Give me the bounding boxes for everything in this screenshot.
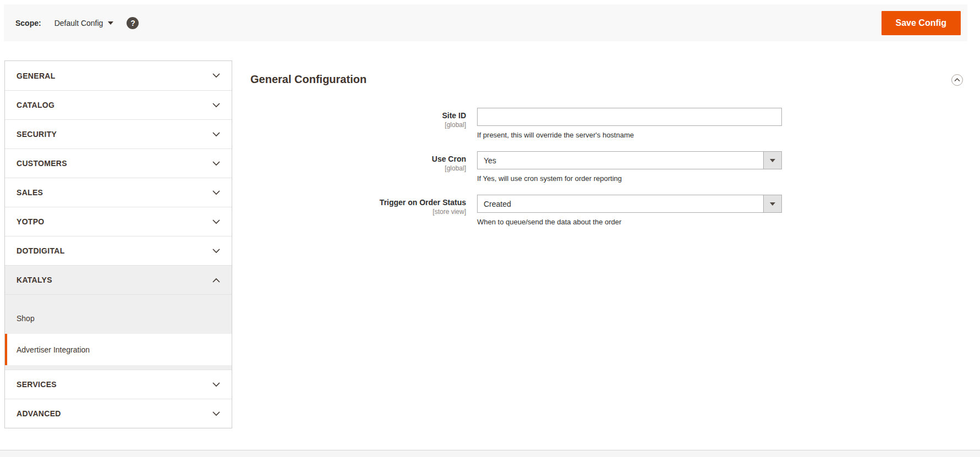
field-control: If present, this will override the serve… [477, 108, 782, 140]
sidebar-item-label: GENERAL [17, 71, 56, 80]
field-note: When to queue/send the data about the or… [477, 217, 782, 227]
section-collapse-button[interactable] [951, 74, 963, 86]
sidebar-item-katalys[interactable]: KATALYS [5, 265, 232, 294]
sidebar-item-dotdigital[interactable]: DOTDIGITAL [5, 236, 232, 265]
sidebar-item-label: SERVICES [17, 380, 57, 389]
sidebar-item-security[interactable]: SECURITY [5, 119, 232, 148]
scope-label: Scope: [15, 19, 41, 27]
sidebar-item-sales[interactable]: SALES [5, 178, 232, 207]
caret-down-icon [770, 159, 775, 162]
sidebar-subitem-shop[interactable]: Shop [5, 302, 232, 334]
sidebar-item-label: CATALOG [17, 101, 54, 109]
question-mark-glyph: ? [130, 19, 135, 27]
sidebar-item-catalog[interactable]: CATALOG [5, 90, 232, 119]
sidebar-subitem-label: Advertiser Integration [17, 345, 90, 354]
field-label-text: Site ID [250, 111, 466, 120]
sidebar-item-yotpo[interactable]: YOTPO [5, 207, 232, 236]
chevron-down-icon [212, 382, 220, 387]
sidebar-item-services[interactable]: SERVICES [5, 370, 232, 399]
katalys-submenu: Shop Advertiser Integration [5, 294, 232, 370]
field-label: Use Cron [global] [250, 151, 477, 184]
field-scope-tag: [store view] [250, 208, 466, 216]
chevron-down-icon [212, 411, 220, 416]
chevron-down-icon [212, 249, 220, 254]
sidebar-item-advanced[interactable]: ADVANCED [5, 399, 232, 428]
field-note: If present, this will override the serve… [477, 130, 782, 140]
field-label-text: Use Cron [250, 155, 466, 164]
page-footer-bar [0, 450, 980, 457]
chevron-down-icon [212, 219, 220, 224]
field-row-use-cron: Use Cron [global] Yes If Yes, will use c… [250, 151, 967, 184]
sidebar-item-label: ADVANCED [17, 409, 61, 418]
config-nav-sidebar: GENERAL CATALOG SECURITY CUSTOMERS SALES… [4, 60, 232, 428]
chevron-down-icon [212, 190, 220, 195]
sidebar-item-label: YOTPO [17, 217, 45, 226]
chevron-up-icon [212, 278, 220, 283]
sidebar-subitem-advertiser-integration[interactable]: Advertiser Integration [5, 334, 232, 365]
select-dropdown-button[interactable] [763, 152, 781, 169]
field-label-text: Trigger on Order Status [250, 198, 466, 207]
field-label: Trigger on Order Status [store view] [250, 195, 477, 227]
site-id-input[interactable] [477, 108, 782, 126]
sidebar-item-label: SECURITY [17, 130, 57, 139]
select-dropdown-button[interactable] [763, 195, 781, 212]
chevron-down-icon [212, 132, 220, 137]
config-layout: GENERAL CATALOG SECURITY CUSTOMERS SALES… [4, 60, 967, 428]
use-cron-select[interactable]: Yes [477, 151, 782, 169]
field-control: Created When to queue/send the data abou… [477, 195, 782, 227]
sidebar-item-label: KATALYS [17, 276, 52, 284]
field-scope-tag: [global] [250, 164, 466, 172]
scope-toolbar: Scope: Default Config ? Save Config [4, 4, 967, 41]
field-row-site-id: Site ID [global] If present, this will o… [250, 108, 967, 140]
select-value: Created [484, 200, 511, 208]
sidebar-item-label: SALES [17, 188, 43, 197]
sidebar-subitem-label: Shop [17, 314, 35, 323]
sidebar-item-label: CUSTOMERS [17, 159, 67, 168]
trigger-on-order-status-select[interactable]: Created [477, 195, 782, 213]
chevron-down-icon [212, 73, 220, 78]
field-row-trigger-on-order-status: Trigger on Order Status [store view] Cre… [250, 195, 967, 227]
field-label: Site ID [global] [250, 108, 477, 140]
caret-down-icon [108, 21, 113, 25]
general-configuration-fieldset: Site ID [global] If present, this will o… [250, 108, 967, 227]
scope-switcher-dropdown[interactable]: Default Config [54, 19, 114, 27]
chevron-up-icon [954, 78, 960, 82]
field-control: Yes If Yes, will use cron system for ord… [477, 151, 782, 184]
config-main-panel: General Configuration Site ID [global] I… [232, 60, 967, 390]
chevron-down-icon [212, 161, 220, 166]
caret-down-icon [770, 202, 775, 206]
chevron-down-icon [212, 103, 220, 108]
sidebar-item-general[interactable]: GENERAL [5, 61, 232, 90]
scope-help-icon[interactable]: ? [127, 17, 139, 29]
scope-switcher-value: Default Config [54, 19, 103, 27]
save-config-button[interactable]: Save Config [882, 11, 961, 35]
field-scope-tag: [global] [250, 121, 466, 129]
sidebar-item-label: DOTDIGITAL [17, 246, 65, 255]
select-value: Yes [484, 156, 496, 165]
field-note: If Yes, will use cron system for order r… [477, 174, 782, 184]
sidebar-item-customers[interactable]: CUSTOMERS [5, 148, 232, 178]
section-title: General Configuration [250, 73, 967, 86]
